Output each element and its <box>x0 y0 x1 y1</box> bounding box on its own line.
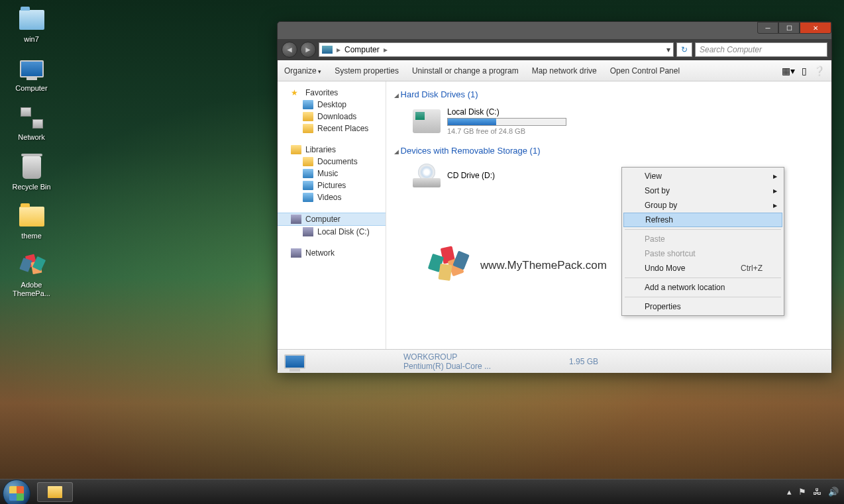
system-tray: ▴ ⚑ 🖧 🔊 <box>787 487 844 497</box>
computer-icon <box>291 215 301 224</box>
taskbar-explorer[interactable] <box>37 482 73 502</box>
ctx-groupby[interactable]: Group by <box>623 198 782 213</box>
computer-icon <box>322 46 333 54</box>
desktop-icon <box>303 100 313 109</box>
refresh-button[interactable]: ↻ <box>676 42 692 57</box>
videos-icon <box>303 193 313 202</box>
category-hdd[interactable]: Hard Disk Drives (1) <box>394 89 823 99</box>
documents-icon <box>303 157 313 166</box>
sidebar-item-desktop[interactable]: Desktop <box>278 99 386 111</box>
ctx-sortby[interactable]: Sort by <box>623 183 782 198</box>
sidebar-item-music[interactable]: Music <box>278 168 386 179</box>
libraries-icon <box>291 145 301 154</box>
star-icon: ★ <box>291 88 301 97</box>
address-bar[interactable]: ▸ Computer ▸ ▾ <box>319 42 674 57</box>
chevron-right-icon: ▸ <box>384 45 388 54</box>
pictures-icon <box>303 181 313 190</box>
desktop-icon-win7[interactable]: win7 <box>7 7 56 44</box>
separator <box>625 297 781 297</box>
help-button[interactable]: ❔ <box>814 66 825 76</box>
breadcrumb[interactable]: Computer <box>344 45 380 54</box>
recent-icon <box>303 124 313 133</box>
desktop-icon-computer[interactable]: Computer <box>7 56 56 93</box>
drive-freespace: 14.7 GB free of 24.8 GB <box>447 127 566 135</box>
address-dropdown-icon[interactable]: ▾ <box>666 45 670 54</box>
drive-name: Local Disk (C:) <box>447 107 566 117</box>
desktop-icon-adobe[interactable]: Adobe ThemePa... <box>7 252 56 298</box>
desktop-icons: win7 Computer Network Recycle Bin theme … <box>7 7 56 298</box>
close-button[interactable]: ✕ <box>800 22 831 34</box>
taskbar: ▴ ⚑ 🖧 🔊 <box>0 479 844 504</box>
uninstall-button[interactable]: Uninstall or change a program <box>412 66 519 76</box>
sidebar-item-documents[interactable]: Documents <box>278 156 386 168</box>
drive-usage-bar <box>447 118 566 126</box>
ctx-view[interactable]: View <box>623 169 782 183</box>
toolbar: Organize System properties Uninstall or … <box>278 60 831 81</box>
ctx-undo[interactable]: Undo MoveCtrl+Z <box>623 261 782 276</box>
sidebar-item-pictures[interactable]: Pictures <box>278 179 386 191</box>
sidebar-computer[interactable]: Computer <box>278 213 386 226</box>
chevron-right-icon: ▸ <box>337 45 341 54</box>
themepack-icon <box>20 254 44 277</box>
computer-icon <box>284 354 305 369</box>
preview-pane-button[interactable]: ▯ <box>802 66 807 76</box>
downloads-icon <box>303 112 313 121</box>
drive-name: CD Drive (D:) <box>447 171 495 180</box>
category-removable[interactable]: Devices with Removable Storage (1) <box>394 146 823 156</box>
status-cpu: Pentium(R) Dual-Core ... <box>403 362 491 371</box>
control-panel-button[interactable]: Open Control Panel <box>610 66 680 76</box>
network-icon <box>19 107 44 128</box>
cd-drive-icon <box>413 164 441 187</box>
organize-button[interactable]: Organize <box>284 66 321 76</box>
navbar: ◄ ► ▸ Computer ▸ ▾ ↻ Search Computer <box>278 39 831 60</box>
tray-show-hidden-icon[interactable]: ▴ <box>787 487 792 497</box>
sidebar-favorites[interactable]: ★Favorites <box>278 87 386 99</box>
explorer-icon <box>48 486 62 498</box>
status-workgroup: WORKGROUP <box>403 352 491 362</box>
tray-volume-icon[interactable]: 🔊 <box>828 487 839 497</box>
context-menu: View Sort by Group by Refresh Paste Past… <box>621 167 784 316</box>
folder-icon <box>19 10 44 30</box>
folder-icon <box>19 207 44 227</box>
sidebar-item-videos[interactable]: Videos <box>278 191 386 203</box>
recyclebin-icon <box>23 156 41 179</box>
desktop-icon-theme[interactable]: theme <box>7 203 56 240</box>
system-properties-button[interactable]: System properties <box>335 66 399 76</box>
back-button[interactable]: ◄ <box>282 42 297 58</box>
drive-icon <box>413 109 441 133</box>
watermark: www.MyThemePack.com <box>426 247 607 283</box>
separator <box>625 229 781 230</box>
desktop-icon-recyclebin[interactable]: Recycle Bin <box>7 154 56 191</box>
statusbar: WORKGROUP Pentium(R) Dual-Core ... 1.95 … <box>278 349 831 373</box>
ctx-paste-shortcut: Paste shortcut <box>623 246 782 261</box>
themepack-icon <box>426 247 472 283</box>
status-ram: 1.95 GB <box>569 357 598 366</box>
ctx-refresh[interactable]: Refresh <box>623 213 782 227</box>
network-icon <box>291 248 301 258</box>
separator <box>625 277 781 278</box>
map-drive-button[interactable]: Map network drive <box>532 66 597 76</box>
view-mode-button[interactable]: ▦▾ <box>782 66 795 76</box>
ctx-paste: Paste <box>623 232 782 246</box>
ctx-add-network[interactable]: Add a network location <box>623 280 782 295</box>
computer-icon <box>20 60 44 77</box>
minimize-button[interactable]: ─ <box>757 22 778 34</box>
sidebar-item-recent[interactable]: Recent Places <box>278 123 386 134</box>
start-button[interactable] <box>3 479 30 505</box>
tray-network-icon[interactable]: 🖧 <box>813 487 821 497</box>
desktop-icon-network[interactable]: Network <box>7 105 56 142</box>
maximize-button[interactable]: ☐ <box>778 22 800 34</box>
sidebar-item-downloads[interactable]: Downloads <box>278 111 386 123</box>
tray-flag-icon[interactable]: ⚑ <box>798 487 806 497</box>
titlebar[interactable]: ─ ☐ ✕ <box>278 22 831 39</box>
ctx-properties[interactable]: Properties <box>623 299 782 314</box>
forward-button[interactable]: ► <box>300 42 316 58</box>
music-icon <box>303 169 313 178</box>
drive-local-c[interactable]: Local Disk (C:) 14.7 GB free of 24.8 GB <box>394 105 823 143</box>
search-input[interactable]: Search Computer <box>695 42 827 57</box>
sidebar-libraries[interactable]: Libraries <box>278 144 386 156</box>
drive-icon <box>303 227 313 236</box>
sidebar: ★Favorites Desktop Downloads Recent Plac… <box>278 81 386 349</box>
sidebar-item-localdisk[interactable]: Local Disk (C:) <box>278 226 386 238</box>
sidebar-network[interactable]: Network <box>278 247 386 259</box>
